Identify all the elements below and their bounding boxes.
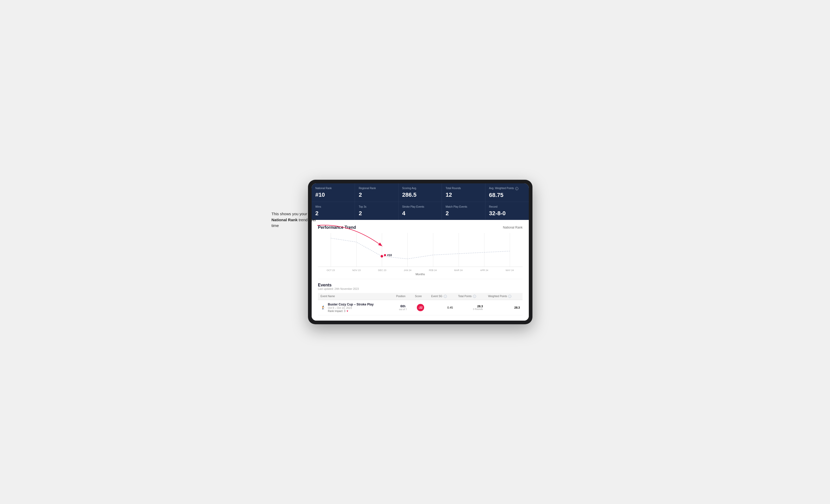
stat-match-play: Match Play Events 2 (442, 202, 485, 220)
col-weighted-points: Weighted Points i (485, 293, 522, 300)
golf-bag-icon: 🏌️ (321, 305, 326, 310)
stat-avg-weighted-points: Avg. Weighted Points i 68.75 (485, 183, 529, 201)
performance-header: Performance Trend National Rank (318, 225, 522, 230)
events-title: Events (318, 283, 522, 288)
col-position: Position (393, 293, 412, 300)
performance-title: Performance Trend (318, 225, 356, 230)
x-label-mar24: MAR 24 (454, 269, 463, 272)
x-label-feb24: FEB 24 (429, 269, 437, 272)
stat-national-rank: National Rank #10 (312, 183, 355, 201)
events-section: Events Last updated: 24th November 2023 … (318, 279, 522, 315)
events-last-updated: Last updated: 24th November 2023 (318, 288, 522, 290)
chart-area: #10 (318, 233, 522, 267)
stats-row-2: Wins 2 Top 3s 2 Stroke Play Events 4 Mat… (312, 202, 529, 220)
x-label-oct23: OCT 23 (326, 269, 334, 272)
page-container: This shows you your National Rank trend … (272, 180, 558, 324)
chart-trend-svg (318, 233, 522, 267)
info-icon-weighted-points[interactable]: i (508, 295, 511, 298)
stat-total-rounds: Total Rounds 12 (442, 183, 485, 201)
table-row: 🏌️ Buster Cozy Cup – Stroke Play Oct 9 –… (318, 300, 522, 315)
total-points-cell: 28.3 3 Rounds (455, 300, 485, 315)
stat-stroke-play: Stroke Play Events 4 (398, 202, 442, 220)
event-sg-cell: 0.45 (428, 300, 455, 315)
info-icon-event-sg[interactable]: i (444, 295, 447, 298)
stat-scoring-avg: Scoring Avg. 286.5 (398, 183, 442, 201)
event-position-cell: 6th out of 7 (393, 300, 412, 315)
x-label-may24: MAY 24 (506, 269, 514, 272)
tablet-screen: National Rank #10 Regional Rank 2 Scorin… (312, 183, 529, 321)
chart-x-axis-title: Months (318, 273, 522, 276)
col-total-points: Total Points i (455, 293, 485, 300)
tablet-device: National Rank #10 Regional Rank 2 Scorin… (308, 180, 533, 324)
info-icon-total-points[interactable]: i (473, 295, 476, 298)
event-name-cell: 🏌️ Buster Cozy Cup – Stroke Play Oct 9 –… (318, 300, 393, 315)
info-icon-avg-weighted[interactable]: i (515, 187, 518, 190)
col-event-sg: Event SG i (428, 293, 455, 300)
col-event-name: Event Name (318, 293, 393, 300)
score-badge: -22 (417, 304, 424, 311)
stat-top3s: Top 3s 2 (355, 202, 398, 220)
events-table: Event Name Position Score Event SG (318, 293, 522, 315)
content-area: Performance Trend National Rank (312, 220, 529, 321)
events-table-body: 🏌️ Buster Cozy Cup – Stroke Play Oct 9 –… (318, 300, 522, 315)
stat-regional-rank: Regional Rank 2 (355, 183, 398, 201)
performance-label: National Rank (503, 226, 522, 229)
performance-chart: #10 OCT 23 NOV 23 DEC 23 JAN 24 FEB 24 M… (318, 233, 522, 276)
event-score-cell: -22 (412, 300, 428, 315)
col-score: Score (412, 293, 428, 300)
x-label-dec23: DEC 23 (378, 269, 386, 272)
x-label-jan24: JAN 24 (404, 269, 412, 272)
x-label-apr24: APR 24 (480, 269, 488, 272)
stats-row-1: National Rank #10 Regional Rank 2 Scorin… (312, 183, 529, 202)
events-table-header: Event Name Position Score Event SG (318, 293, 522, 300)
x-label-nov23: NOV 23 (352, 269, 361, 272)
chart-rank-label: #10 (384, 254, 392, 257)
rank-impact: Rank Impact: 3 ▼ (328, 310, 374, 312)
weighted-points-cell: 28.3 (485, 300, 522, 315)
annotation-text: This shows you your National Rank trend … (272, 211, 318, 229)
event-date: Oct 9 – Oct 10, 2023 (328, 306, 374, 309)
stat-record: Record 32-8-0 (485, 202, 529, 220)
rank-arrow-icon: ▼ (346, 310, 349, 312)
chart-data-dot (381, 255, 383, 258)
event-name-main: Buster Cozy Cup – Stroke Play (328, 303, 374, 306)
chart-x-labels: OCT 23 NOV 23 DEC 23 JAN 24 FEB 24 MAR 2… (318, 268, 522, 273)
